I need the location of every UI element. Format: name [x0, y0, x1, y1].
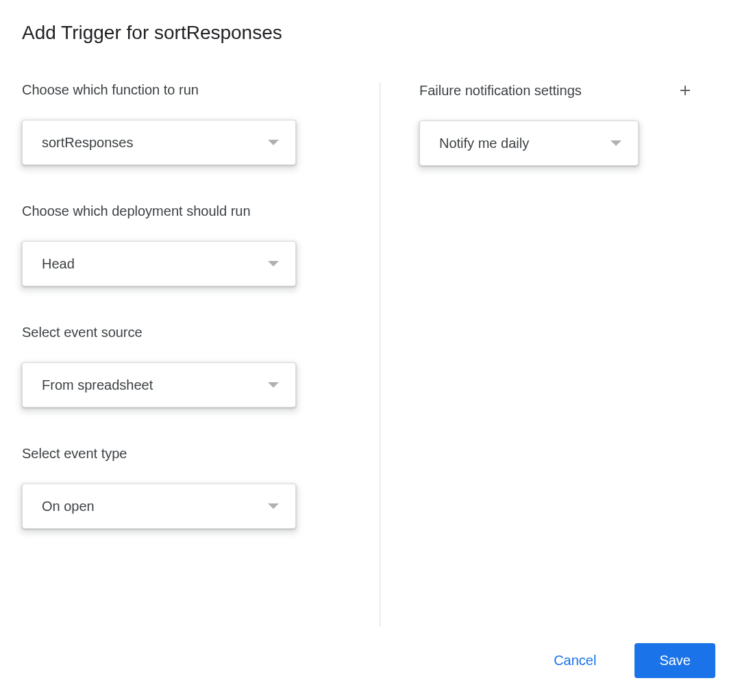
deployment-dropdown[interactable]: Head	[22, 241, 296, 286]
event-type-field: Select event type On open	[22, 446, 337, 529]
chevron-down-icon	[268, 140, 279, 145]
event-source-label: Select event source	[22, 325, 337, 340]
notification-header: Failure notification settings	[419, 82, 693, 99]
column-divider	[380, 82, 380, 627]
plus-icon	[677, 82, 693, 99]
event-source-field: Select event source From spreadsheet	[22, 325, 337, 408]
deployment-dropdown-value: Head	[42, 256, 75, 272]
event-type-label: Select event type	[22, 446, 337, 462]
function-label: Choose which function to run	[22, 82, 337, 98]
event-source-dropdown-value: From spreadsheet	[42, 377, 153, 393]
cancel-button[interactable]: Cancel	[543, 645, 607, 677]
function-dropdown-value: sortResponses	[42, 135, 133, 151]
notification-dropdown[interactable]: Notify me daily	[419, 121, 639, 166]
function-field: Choose which function to run sortRespons…	[22, 82, 337, 165]
event-type-dropdown[interactable]: On open	[22, 484, 296, 529]
event-type-dropdown-value: On open	[42, 499, 95, 514]
chevron-down-icon	[268, 503, 279, 509]
save-button[interactable]: Save	[634, 643, 715, 678]
function-dropdown[interactable]: sortResponses	[22, 120, 296, 165]
left-column: Choose which function to run sortRespons…	[22, 82, 358, 567]
right-column: Failure notification settings Notify me …	[358, 82, 693, 567]
add-notification-button[interactable]	[677, 82, 693, 99]
event-source-dropdown[interactable]: From spreadsheet	[22, 362, 296, 408]
deployment-label: Choose which deployment should run	[22, 203, 337, 219]
deployment-field: Choose which deployment should run Head	[22, 203, 337, 286]
notification-label: Failure notification settings	[419, 83, 582, 99]
chevron-down-icon	[268, 382, 279, 388]
dialog-footer: Cancel Save	[543, 643, 715, 678]
notification-dropdown-value: Notify me daily	[439, 136, 529, 151]
chevron-down-icon	[268, 261, 279, 266]
dialog-title: Add Trigger for sortResponses	[22, 22, 718, 44]
notification-field: Failure notification settings Notify me …	[419, 82, 693, 166]
chevron-down-icon	[610, 140, 621, 146]
content-area: Choose which function to run sortRespons…	[22, 82, 718, 567]
